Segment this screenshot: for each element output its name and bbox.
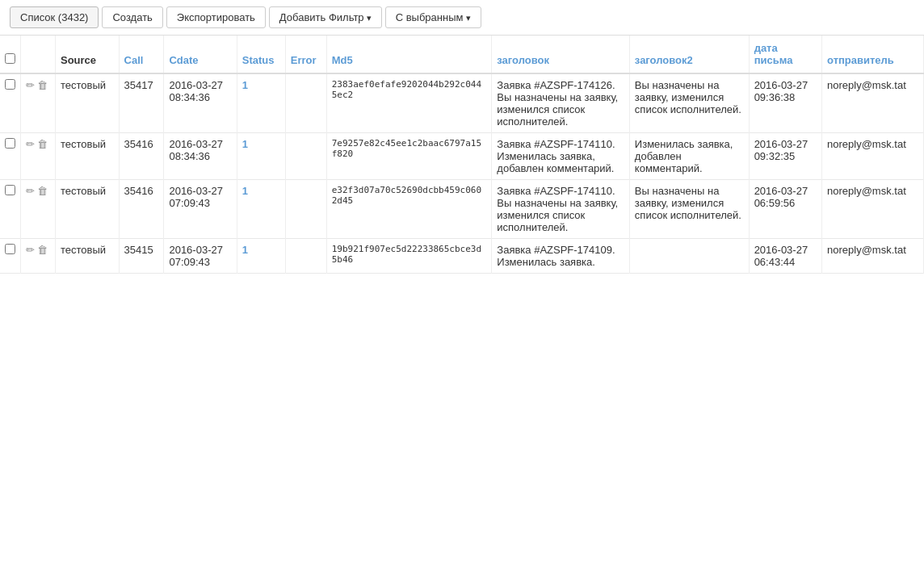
add-filter-button[interactable]: Добавить Фильтр xyxy=(269,6,382,28)
row-source: тестовый xyxy=(56,180,120,239)
row-header: Заявка #AZSPF-174126. Вы назначены на за… xyxy=(492,73,630,133)
row-date-letter: 2016-03-27 06:59:56 xyxy=(749,180,821,239)
header-actions-col xyxy=(21,36,56,73)
row-status: 1 xyxy=(237,180,285,239)
table-body: тестовый354172016-03-27 08:34:3612383aef… xyxy=(0,73,924,274)
row-sender: noreply@msk.tat xyxy=(822,239,924,274)
delete-icon[interactable] xyxy=(37,138,48,150)
row-error xyxy=(285,239,326,274)
table-row: тестовый354172016-03-27 08:34:3612383aef… xyxy=(0,73,924,133)
row-call: 35416 xyxy=(119,180,164,239)
edit-icon[interactable] xyxy=(26,79,35,91)
row-actions-cell xyxy=(21,73,56,133)
row-checkbox[interactable] xyxy=(5,185,15,195)
header-sender[interactable]: отправитель xyxy=(822,36,924,73)
row-header2: Изменилась заявка, добавлен комментарий. xyxy=(629,133,749,180)
header-call[interactable]: Call xyxy=(119,36,164,73)
row-sender: noreply@msk.tat xyxy=(822,133,924,180)
row-source: тестовый xyxy=(56,239,120,274)
delete-icon[interactable] xyxy=(37,79,48,91)
row-actions-cell xyxy=(21,133,56,180)
row-call: 35417 xyxy=(119,73,164,133)
row-sender: noreply@msk.tat xyxy=(822,73,924,133)
row-status: 1 xyxy=(237,133,285,180)
row-actions-cell xyxy=(21,180,56,239)
row-checkbox[interactable] xyxy=(5,138,15,149)
row-md5: 7e9257e82c45ee1c2baac6797a15f820 xyxy=(326,133,492,180)
row-checkbox-cell xyxy=(0,73,21,133)
row-header2: Вы назначены на заявку, изменился список… xyxy=(629,73,749,133)
row-sender: noreply@msk.tat xyxy=(822,180,924,239)
row-error xyxy=(285,133,326,180)
row-date-letter: 2016-03-27 06:43:44 xyxy=(749,239,821,274)
row-cdate: 2016-03-27 08:34:36 xyxy=(164,73,237,133)
row-md5: e32f3d07a70c52690dcbb459c0602d45 xyxy=(326,180,492,239)
header-header2[interactable]: заголовок2 xyxy=(629,36,749,73)
create-button[interactable]: Создать xyxy=(102,6,162,28)
row-cdate: 2016-03-27 07:09:43 xyxy=(164,180,237,239)
row-header2 xyxy=(629,239,749,274)
header-header[interactable]: заголовок xyxy=(492,36,630,73)
list-button[interactable]: Список (3432) xyxy=(10,6,99,28)
row-header2: Вы назначены на заявку, изменился список… xyxy=(629,180,749,239)
row-checkbox[interactable] xyxy=(5,79,15,90)
delete-icon[interactable] xyxy=(37,185,48,197)
row-date-letter: 2016-03-27 09:36:38 xyxy=(749,73,821,133)
row-cdate: 2016-03-27 08:34:36 xyxy=(164,133,237,180)
header-cdate[interactable]: Cdate xyxy=(164,36,237,73)
row-header: Заявка #AZSPF-174110. Изменилась заявка,… xyxy=(492,133,630,180)
row-call: 35416 xyxy=(119,133,164,180)
edit-icon[interactable] xyxy=(26,138,35,150)
header-source[interactable]: Source xyxy=(56,36,120,73)
row-md5: 2383aef0efafe9202044b292c0445ec2 xyxy=(326,73,492,133)
table-row: тестовый354152016-03-27 07:09:43119b921f… xyxy=(0,239,924,274)
row-source: тестовый xyxy=(56,73,120,133)
row-source: тестовый xyxy=(56,133,120,180)
select-all-checkbox[interactable] xyxy=(5,53,15,64)
data-table: Source Call Cdate Status Error Md5 загол… xyxy=(0,36,924,274)
header-md5[interactable]: Md5 xyxy=(326,36,492,73)
header-error[interactable]: Error xyxy=(285,36,326,73)
row-checkbox-cell xyxy=(0,180,21,239)
with-selected-button[interactable]: С выбранным xyxy=(385,6,481,28)
table-header-row: Source Call Cdate Status Error Md5 загол… xyxy=(0,36,924,73)
toolbar: Список (3432) Создать Экспортировать Доб… xyxy=(0,0,924,36)
header-date-letter[interactable]: датаписьма xyxy=(749,36,821,73)
delete-icon[interactable] xyxy=(37,244,48,256)
row-header: Заявка #AZSPF-174110. Вы назначены на за… xyxy=(492,180,630,239)
table-row: тестовый354162016-03-27 07:09:431e32f3d0… xyxy=(0,180,924,239)
row-status: 1 xyxy=(237,73,285,133)
row-checkbox-cell xyxy=(0,133,21,180)
table-container: Source Call Cdate Status Error Md5 загол… xyxy=(0,36,924,274)
row-date-letter: 2016-03-27 09:32:35 xyxy=(749,133,821,180)
row-md5: 19b921f907ec5d22233865cbce3d5b46 xyxy=(326,239,492,274)
edit-icon[interactable] xyxy=(26,185,35,197)
export-button[interactable]: Экспортировать xyxy=(166,6,266,28)
row-checkbox[interactable] xyxy=(5,244,15,254)
row-error xyxy=(285,180,326,239)
edit-icon[interactable] xyxy=(26,244,35,256)
table-row: тестовый354162016-03-27 08:34:3617e9257e… xyxy=(0,133,924,180)
row-cdate: 2016-03-27 07:09:43 xyxy=(164,239,237,274)
row-error xyxy=(285,73,326,133)
header-checkbox-col xyxy=(0,36,21,73)
row-header: Заявка #AZSPF-174109. Изменилась заявка. xyxy=(492,239,630,274)
row-checkbox-cell xyxy=(0,239,21,274)
row-actions-cell xyxy=(21,239,56,274)
row-call: 35415 xyxy=(119,239,164,274)
header-status[interactable]: Status xyxy=(237,36,285,73)
row-status: 1 xyxy=(237,239,285,274)
